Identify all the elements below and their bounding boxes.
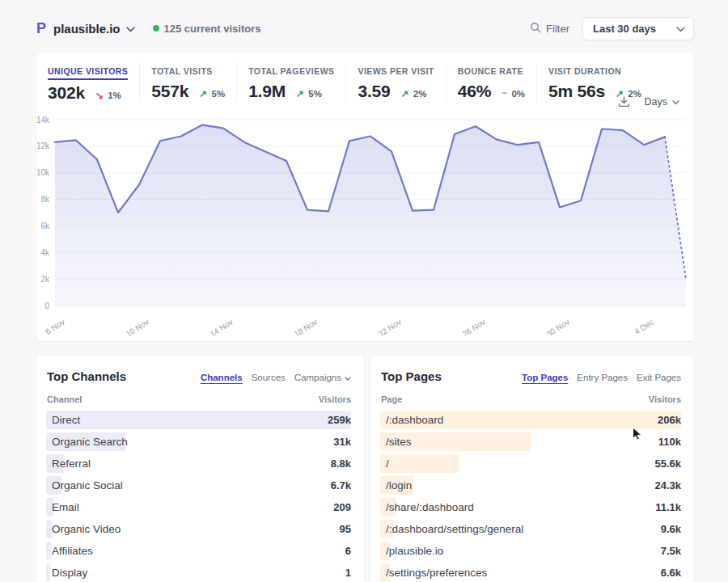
download-button[interactable] (618, 96, 630, 108)
row-value: 31k (333, 436, 351, 448)
tab-label: Exit Pages (637, 373, 681, 382)
row-label: Referral (52, 458, 91, 470)
page-row[interactable]: /55.6k (380, 453, 681, 474)
page-row[interactable]: /login24.3k (380, 474, 681, 496)
channel-row[interactable]: Direct259k (46, 409, 351, 431)
page-row[interactable]: /:dashboard/settings/general9.6k (380, 518, 681, 540)
row-value: 110k (658, 436, 681, 448)
current-visitors[interactable]: 125 current visitors (153, 23, 261, 35)
chevron-down-icon (345, 373, 351, 382)
row-label: / (386, 458, 389, 470)
channel-bar (46, 563, 50, 582)
channels-tabs: ChannelsSourcesCampaigns (201, 373, 351, 382)
tab-label: Campaigns (294, 373, 341, 382)
panel-title: Top Channels (47, 369, 126, 383)
tab-label: Channels (201, 373, 243, 382)
plausible-dashboard: P plausible.io 125 current visitors Filt… (0, 0, 728, 582)
row-value: 8.8k (331, 458, 351, 470)
visitors-graph-card: UNIQUE VISITORS302k↘ 1%TOTAL VISITS557k↗… (36, 53, 694, 341)
stat-total-visits[interactable]: TOTAL VISITS557k↗ 5% (151, 63, 237, 103)
stat-label: VIEWS PER VISIT (358, 66, 434, 78)
row-label: /login (386, 479, 412, 491)
tab-exit-pages[interactable]: Exit Pages (637, 373, 681, 382)
down-arrow-icon: ↘ (95, 90, 104, 101)
column-header: Visitors (319, 394, 351, 404)
channel-bar (46, 542, 51, 560)
tab-label: Sources (252, 373, 286, 382)
stat-delta: ↗ 2% (401, 88, 427, 99)
current-visitors-label: 125 current visitors (164, 23, 261, 35)
stat-value-row: 557k↗ 5% (151, 82, 225, 101)
y-axis-tick: 6k (40, 221, 50, 230)
filter-button[interactable]: Filter (530, 22, 569, 36)
site-switcher[interactable]: P plausible.io (36, 20, 135, 37)
tab-channels[interactable]: Channels (201, 373, 243, 382)
up-arrow-icon: ↗ (296, 88, 304, 99)
stat-label: BOUNCE RATE (458, 66, 523, 78)
interval-select[interactable]: Days (645, 96, 679, 108)
up-arrow-icon: ↗ (199, 88, 207, 99)
row-value: 259k (328, 414, 351, 426)
channel-row[interactable]: Organic Search31k (46, 431, 351, 453)
channel-bar (46, 411, 351, 429)
y-axis-tick: 14k (36, 116, 50, 124)
x-axis-tick: 6 Nov (44, 317, 66, 335)
row-label: /:dashboard (386, 414, 443, 426)
plausible-logo-icon: P (36, 20, 46, 37)
chevron-down-icon (672, 96, 679, 108)
stat-value-row: 302k↘ 1% (48, 83, 128, 103)
stat-value: 1.9M (248, 82, 286, 101)
row-label: /plausible.io (386, 545, 443, 557)
channel-row[interactable]: Affiliates6 (46, 540, 351, 562)
channel-row[interactable]: Email209 (46, 496, 351, 518)
chevron-down-icon (676, 23, 685, 35)
row-label: Organic Video (52, 523, 121, 535)
page-row[interactable]: /plausible.io7.5k (380, 540, 681, 562)
row-label: Display (52, 567, 87, 579)
channel-row[interactable]: Referral8.8k (46, 453, 351, 474)
stat-delta: ↗ 5% (199, 88, 225, 99)
tab-campaigns[interactable]: Campaigns (294, 373, 351, 382)
stat-views-per-visit[interactable]: VIEWS PER VISIT3.59↗ 2% (358, 63, 446, 103)
tab-sources[interactable]: Sources (252, 373, 286, 382)
row-label: Organic Social (52, 479, 123, 491)
y-axis-tick: 4k (40, 248, 50, 257)
channel-row[interactable]: Organic Video95 (46, 518, 351, 540)
row-value: 209 (333, 501, 351, 513)
x-axis-tick: 30 Nov (545, 317, 572, 335)
date-range-select[interactable]: Last 30 days (582, 17, 694, 40)
row-value: 6.6k (661, 567, 681, 579)
page-row[interactable]: /:dashboard206k (380, 409, 681, 431)
channel-row[interactable]: Organic Social6.7k (46, 474, 351, 496)
y-axis-tick: 0 (44, 302, 49, 310)
stat-bounce-rate[interactable]: BOUNCE RATE46%~ 0% (458, 63, 537, 103)
tab-entry-pages[interactable]: Entry Pages (577, 373, 628, 382)
x-axis-tick: 26 Nov (461, 317, 488, 335)
row-label: /settings/preferences (386, 567, 487, 579)
panel-title: Top Pages (381, 369, 442, 383)
page-row[interactable]: /settings/preferences6.6k (380, 562, 681, 582)
tab-top-pages[interactable]: Top Pages (522, 373, 568, 382)
page-bar (380, 454, 459, 473)
y-axis-tick: 2k (40, 275, 50, 284)
channel-row[interactable]: Display1 (46, 562, 351, 582)
row-label: Email (52, 501, 79, 513)
row-label: Direct (52, 414, 80, 426)
row-label: Affiliates (52, 545, 93, 557)
stat-total-pageviews[interactable]: TOTAL PAGEVIEWS1.9M↗ 5% (248, 63, 346, 103)
column-header: Page (381, 394, 402, 404)
stat-unique-visitors[interactable]: UNIQUE VISITORS302k↘ 1% (48, 63, 140, 103)
x-axis-tick: 10 Nov (125, 317, 151, 335)
row-value: 6 (345, 545, 351, 557)
row-label: /share/:dashboard (386, 501, 474, 513)
page-row[interactable]: /share/:dashboard11.1k (380, 496, 681, 518)
row-value: 55.6k (654, 458, 681, 470)
page-row[interactable]: /sites110k (380, 431, 681, 453)
y-axis-tick: 8k (40, 195, 50, 204)
filter-label: Filter (546, 23, 569, 35)
y-axis-tick: 12k (36, 141, 50, 150)
flat-arrow-icon: ~ (502, 88, 507, 99)
top-channels-panel: Top Channels ChannelsSourcesCampaigns Ch… (36, 356, 364, 582)
row-value: 95 (340, 523, 351, 535)
stat-value: 557k (151, 82, 188, 101)
